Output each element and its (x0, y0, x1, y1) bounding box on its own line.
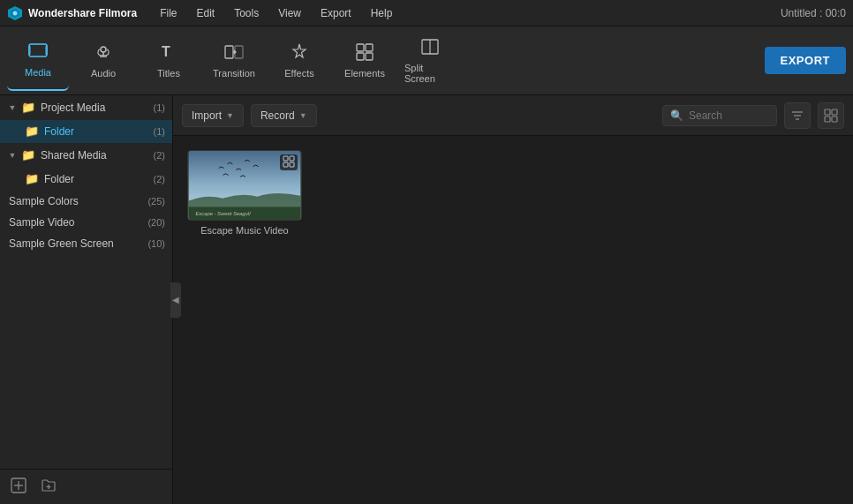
svg-text:Escape - Sweet Seagull: Escape - Sweet Seagull (195, 211, 251, 216)
svg-rect-3 (29, 44, 47, 56)
shared-media-folder-icon: 📁 (21, 148, 35, 162)
shared-media-count: (2) (154, 150, 165, 161)
shared-folder-count: (2) (154, 174, 165, 184)
menu-file[interactable]: File (151, 5, 185, 21)
media-badge (280, 154, 298, 170)
titles-icon: T (159, 42, 178, 64)
folder-label: Folder (44, 125, 74, 138)
folder-icon: 📁 (25, 124, 39, 139)
search-input[interactable] (689, 109, 768, 122)
shared-media-header[interactable]: ▼ 📁 Shared Media (2) (0, 143, 172, 168)
svg-rect-36 (290, 162, 294, 167)
media-thumbnail-escape: Escape - Sweet Seagull (187, 150, 302, 221)
menu-view[interactable]: View (269, 5, 310, 21)
effects-icon (290, 42, 309, 64)
filter-icon (790, 109, 804, 123)
folder-count: (1) (154, 126, 165, 137)
sidebar-item-sample-green[interactable]: Sample Green Screen (10) (0, 233, 172, 254)
sidebar: ▼ 📁 Project Media (1) 📁 Folder (1) ▼ 📁 S… (0, 95, 173, 504)
shared-media-section: ▼ 📁 Shared Media (2) 📁 Folder (2) (0, 143, 172, 191)
svg-rect-34 (290, 156, 294, 161)
media-item-escape[interactable]: Escape - Sweet Seagull Escape Music Vide… (187, 150, 302, 236)
content-toolbar: Import ▼ Record ▼ 🔍 (173, 95, 853, 136)
menu-help[interactable]: Help (362, 5, 402, 21)
window-title: Untitled : 00:0 (781, 7, 846, 19)
sample-colors-count: (25) (147, 196, 165, 207)
svg-rect-12 (357, 44, 364, 51)
toolbar-btn-titles[interactable]: T Titles (138, 31, 200, 91)
project-media-header[interactable]: ▼ 📁 Project Media (1) (0, 95, 172, 120)
svg-rect-27 (832, 109, 837, 115)
svg-rect-33 (283, 156, 288, 161)
titles-label: Titles (157, 68, 180, 79)
logo-icon (7, 5, 23, 21)
app-logo: Wondershare Filmora (7, 5, 137, 21)
record-label: Record (260, 109, 295, 122)
export-button[interactable]: EXPORT (765, 47, 846, 74)
shared-folder-label: Folder (44, 173, 74, 185)
search-box[interactable]: 🔍 (662, 105, 777, 126)
menu-edit[interactable]: Edit (187, 5, 223, 21)
record-dropdown[interactable]: Record ▼ (251, 104, 317, 127)
shared-folder-icon: 📁 (25, 172, 39, 186)
toolbar-btn-audio[interactable]: Audio (72, 31, 134, 91)
svg-rect-5 (45, 46, 48, 55)
split-screen-label: Split Screen (404, 63, 456, 84)
menu-export[interactable]: Export (312, 5, 360, 21)
import-dropdown[interactable]: Import ▼ (182, 104, 244, 127)
media-icon (27, 41, 49, 64)
svg-rect-26 (825, 109, 830, 115)
svg-point-2 (13, 11, 18, 15)
project-media-count: (1) (154, 102, 165, 113)
import-label: Import (192, 109, 222, 122)
svg-rect-15 (366, 53, 373, 60)
sidebar-footer (0, 469, 172, 504)
effects-label: Effects (284, 68, 313, 79)
project-media-folder-icon: 📁 (21, 101, 35, 115)
sidebar-item-sample-colors[interactable]: Sample Colors (25) (0, 191, 172, 212)
titlebar: Wondershare Filmora File Edit Tools View… (0, 0, 853, 26)
svg-rect-29 (832, 117, 837, 122)
project-folder-item[interactable]: 📁 Folder (1) (0, 120, 172, 143)
new-folder-button[interactable] (41, 478, 57, 496)
menu-tools[interactable]: Tools (225, 5, 268, 21)
media-label: Media (25, 67, 51, 78)
sample-colors-label: Sample Colors (9, 195, 79, 207)
svg-rect-4 (28, 46, 31, 55)
sidebar-collapse-handle[interactable]: ◀ (170, 282, 181, 318)
grid-view-button[interactable] (818, 102, 844, 129)
add-media-button[interactable] (11, 478, 26, 496)
project-media-arrow: ▼ (7, 102, 18, 113)
shared-folder-item[interactable]: 📁 Folder (2) (0, 168, 172, 191)
app-name: Wondershare Filmora (28, 7, 137, 19)
toolbar-btn-split-screen[interactable]: Split Screen (399, 31, 461, 91)
audio-label: Audio (91, 68, 116, 79)
toolbar-btn-media[interactable]: Media (7, 31, 69, 91)
transition-label: Transition (213, 68, 255, 79)
svg-rect-10 (225, 46, 233, 58)
svg-point-6 (101, 47, 106, 52)
elements-label: Elements (344, 68, 385, 79)
media-grid: Escape - Sweet Seagull Escape Music Vide… (173, 136, 853, 504)
svg-text:T: T (162, 44, 170, 59)
project-media-label: Project Media (41, 102, 105, 114)
search-icon: 🔍 (670, 109, 683, 122)
sidebar-tree: ▼ 📁 Project Media (1) 📁 Folder (1) ▼ 📁 S… (0, 95, 172, 469)
svg-rect-35 (283, 162, 288, 167)
svg-rect-13 (366, 44, 373, 51)
sidebar-item-sample-video[interactable]: Sample Video (20) (0, 212, 172, 233)
audio-icon (94, 42, 113, 64)
grid-icon (824, 109, 838, 123)
elements-icon (355, 42, 374, 64)
transition-icon (224, 42, 244, 64)
project-media-section: ▼ 📁 Project Media (1) 📁 Folder (1) (0, 95, 172, 143)
shared-media-label: Shared Media (41, 149, 107, 162)
sample-video-label: Sample Video (9, 216, 75, 229)
toolbar-btn-elements[interactable]: Elements (334, 31, 396, 91)
sample-video-count: (20) (147, 217, 165, 228)
svg-rect-14 (357, 53, 364, 60)
toolbar-btn-transition[interactable]: Transition (203, 31, 265, 91)
filter-button[interactable] (784, 102, 811, 129)
toolbar-btn-effects[interactable]: Effects (268, 31, 330, 91)
content-panel: Import ▼ Record ▼ 🔍 (173, 95, 853, 504)
